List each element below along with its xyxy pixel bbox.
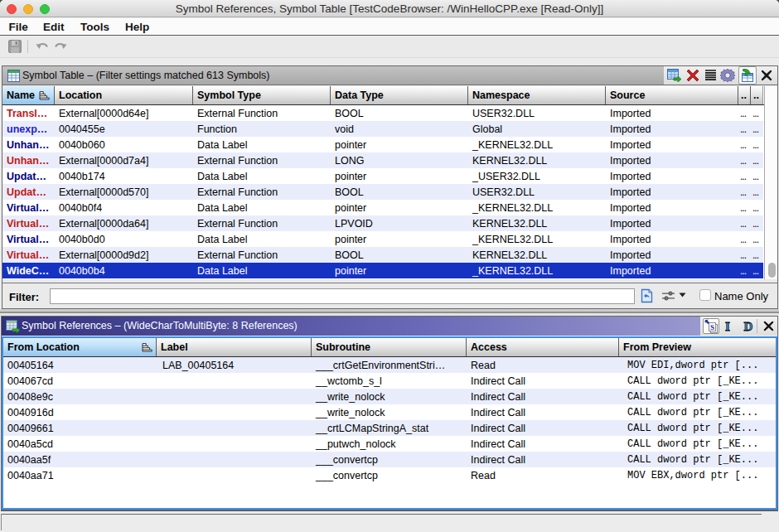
svg-text:I: I: [725, 320, 730, 332]
svg-text:D: D: [744, 320, 753, 332]
svg-text:S: S: [710, 323, 714, 331]
